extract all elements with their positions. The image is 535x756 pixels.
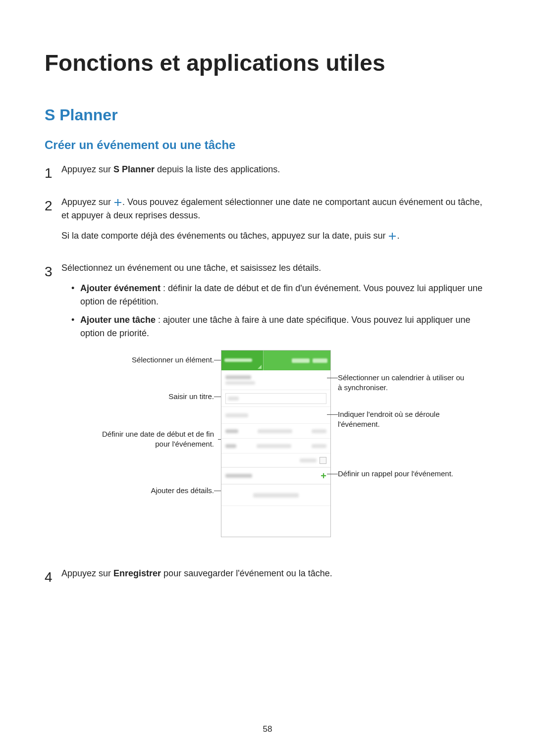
bullet-add-task: Ajouter une tâche : ajouter une tâche à …	[71, 313, 490, 340]
plus-icon	[388, 232, 397, 241]
step-3: 3 Sélectionnez un événement ou une tâche…	[45, 261, 490, 555]
callout-select-item: Sélectionner un élément.	[85, 355, 214, 365]
reminder-row[interactable]: +	[221, 467, 330, 484]
step-2-p2: Si la date comporte déjà des événements …	[61, 229, 490, 243]
bullet-add-event: Ajouter événement : définir la date de d…	[71, 282, 490, 308]
callout-select-calendar: Sélectionner un calendrier à utiliser ou…	[338, 373, 467, 392]
start-date-row[interactable]	[221, 424, 330, 439]
checkbox-icon[interactable]	[320, 457, 326, 464]
step-number: 3	[45, 261, 61, 555]
step-number: 4	[45, 567, 61, 588]
plus-icon	[113, 198, 122, 207]
step-number: 1	[45, 163, 61, 184]
title-input[interactable]	[225, 393, 326, 404]
callout-location: Indiquer l'endroit où se déroule l'événe…	[338, 409, 467, 429]
section-heading: S Planner	[45, 106, 490, 124]
step-2-p1: Appuyez sur . Vous pouvez également séle…	[61, 196, 490, 222]
callout-reminder: Définir un rappel pour l'événement.	[338, 469, 467, 479]
page-number: 58	[263, 724, 272, 734]
step-4-text: Appuyez sur Enregistrer pour sauvegarder…	[61, 567, 490, 580]
all-day-toggle[interactable]	[221, 454, 330, 467]
title-input-row	[221, 390, 330, 407]
location-input[interactable]	[221, 407, 330, 424]
step-1-text: Appuyez sur S Planner depuis la liste de…	[61, 163, 490, 176]
subsection-heading: Créer un événement ou une tâche	[45, 138, 490, 152]
calendar-selector[interactable]	[221, 370, 330, 390]
callout-enter-title: Saisir un titre.	[85, 392, 214, 402]
step-number: 2	[45, 196, 61, 250]
step-4: 4 Appuyez sur Enregistrer pour sauvegard…	[45, 567, 490, 588]
callout-set-dates: Définir une date de début et de fin pour…	[85, 429, 214, 449]
form-diagram: Sélectionner un élément. Saisir un titre…	[61, 350, 490, 537]
page-title: Fonctions et applications utiles	[45, 50, 490, 76]
callout-add-details: Ajouter des détails.	[85, 486, 214, 496]
step-2: 2 Appuyez sur . Vous pouvez également sé…	[45, 196, 490, 250]
view-more-options[interactable]	[221, 484, 330, 506]
add-reminder-icon[interactable]: +	[321, 468, 326, 483]
end-date-row[interactable]	[221, 439, 330, 454]
form-type-dropdown[interactable]	[221, 351, 264, 370]
save-button[interactable]	[313, 358, 327, 363]
phone-mockup: +	[221, 350, 331, 537]
step-3-intro: Sélectionnez un événement ou une tâche, …	[61, 261, 490, 275]
cancel-button[interactable]	[292, 358, 310, 363]
step-1: 1 Appuyez sur S Planner depuis la liste …	[45, 163, 490, 184]
